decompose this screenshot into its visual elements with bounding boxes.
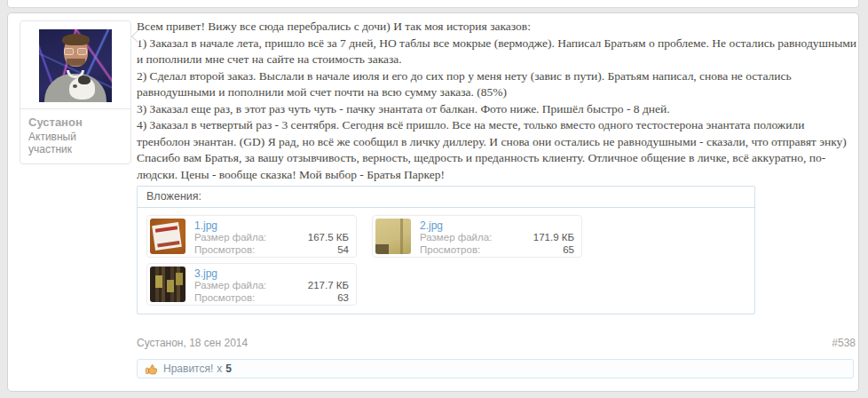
attachment-views-label: Просмотров: [194,244,255,257]
attachment-size-row: Размер файла: 217.7 КБ [194,280,349,292]
thumbs-up-icon [145,362,158,376]
avatar-frame [20,21,130,109]
post-number-link[interactable]: #538 [832,337,856,349]
attachments-block: Вложения: 1.jpg Размер файла: 167.5 КБ П… [137,186,755,314]
attachment-views-label: Просмотров: [420,244,480,257]
attachment-info: 3.jpg Размер файла: 217.7 КБ Просмотров:… [194,267,349,302]
attachment-views-value: 65 [563,244,574,257]
attachment-card: 2.jpg Размер файла: 171.9 КБ Просмотров:… [372,215,582,258]
attachment-views-label: Просмотров: [194,292,255,305]
attachment-thumbnail[interactable] [150,267,185,302]
likes-count: 5 [225,362,232,375]
avatar-beard [67,59,85,66]
likes-bar: Нравится! x 5 [137,359,854,378]
attachment-card: 1.jpg Размер файла: 167.5 КБ Просмотров:… [146,215,357,258]
avatar-glasses [64,48,74,55]
avatar-hair [62,34,90,45]
attachments-list: 1.jpg Размер файла: 167.5 КБ Просмотров:… [138,208,754,314]
forum-page: Сустанон Активный участник Всем привет! … [0,0,868,398]
attachment-info: 1.jpg Размер файла: 167.5 КБ Просмотров:… [194,219,349,254]
user-names: Сустанон Активный участник [20,109,130,163]
attachments-header: Вложения: [138,187,754,208]
attachment-views-row: Просмотров: 54 [194,244,349,257]
attachment-views-row: Просмотров: 63 [194,292,349,305]
forum-post: Сустанон Активный участник Всем привет! … [7,12,859,392]
post-meta: Сустанон, 18 сен 2014 #538 [137,337,856,349]
attachment-info: 2.jpg Размер файла: 171.9 КБ Просмотров:… [420,219,574,254]
avatar-glasses [77,48,87,55]
attachment-size-label: Размер файла: [194,232,266,244]
attachment-size-value: 217.7 КБ [308,280,349,292]
attachment-views-row: Просмотров: 65 [420,244,574,257]
previous-post-edge [7,0,859,8]
username-link[interactable]: Сустанон [28,115,122,129]
attachment-thumbnail[interactable] [375,219,411,254]
attachment-card: 3.jpg Размер файла: 217.7 КБ Просмотров:… [146,263,357,306]
likes-label: Нравится! [163,362,213,375]
attachment-thumbnail[interactable] [150,219,185,254]
attachment-filename-link[interactable]: 2.jpg [420,219,574,232]
user-title: Активный участник [28,131,122,155]
user-info-box: Сустанон Активный участник [20,20,131,164]
attachment-filename-link[interactable]: 3.jpg [194,267,349,280]
message-text: Всем привет! Вижу все сюда перебрались с… [137,19,860,183]
attachment-filename-link[interactable]: 1.jpg [194,219,349,232]
attachment-views-value: 63 [337,292,349,305]
author-date-link[interactable]: Сустанон, 18 сен 2014 [137,337,248,349]
attachment-size-row: Размер файла: 167.5 КБ [194,232,349,244]
attachment-size-value: 167.5 КБ [308,232,349,244]
attachment-size-label: Размер файла: [420,232,492,244]
user-cell: Сустанон Активный участник [20,20,131,164]
attachment-views-value: 54 [337,244,349,257]
avatar[interactable] [39,29,112,102]
avatar-cat [69,77,95,100]
likes-separator: x [217,362,222,375]
attachment-size-label: Размер файла: [194,280,266,292]
attachment-size-row: Размер файла: 171.9 КБ [420,232,574,244]
attachment-size-value: 171.9 КБ [533,232,574,244]
message-cell: Всем привет! Вижу все сюда перебрались с… [137,17,860,378]
